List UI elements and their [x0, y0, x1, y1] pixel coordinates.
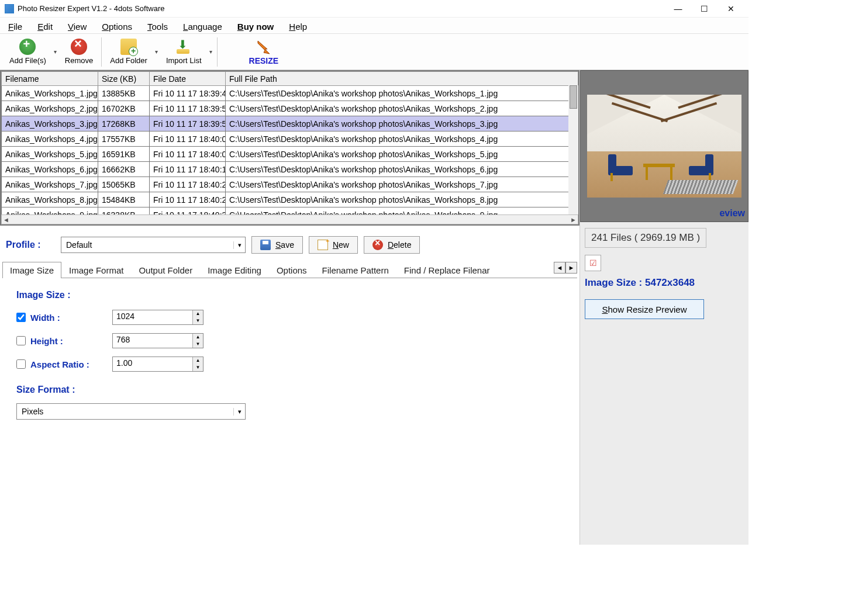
app-icon	[5, 4, 14, 13]
width-value[interactable]: 1024	[113, 310, 192, 324]
table-row[interactable]: Anikas_Workshops_2.jpg16702KBFri 10 11 1…	[2, 101, 578, 116]
cell-fn: Anikas_Workshops_3.jpg	[2, 116, 98, 131]
maximize-button[interactable]: ☐	[691, 0, 718, 18]
show-resize-preview-button[interactable]: Show Resize Preview	[585, 299, 704, 319]
cell-pth: C:\Users\Test\Desktop\Anika's workshop p…	[226, 116, 578, 131]
menubar: File Edit View Options Tools Language Bu…	[0, 18, 748, 34]
toolbar: Add File(s) ▾ Remove Add Folder ▾ Import…	[0, 34, 748, 70]
cell-sz: 16591KB	[98, 147, 150, 162]
profile-row: Profile : Default ▾ Save New Delete	[0, 226, 580, 261]
save-profile-button[interactable]: Save	[251, 236, 303, 254]
vertical-scrollbar[interactable]	[568, 85, 578, 214]
import-list-label: Import List	[166, 56, 202, 65]
minimize-button[interactable]: —	[665, 0, 691, 18]
height-checkbox[interactable]	[16, 336, 26, 345]
table-row[interactable]: Anikas_Workshops_6.jpg16662KBFri 10 11 1…	[2, 162, 578, 177]
spin-up-icon[interactable]: ▲	[193, 310, 203, 317]
menu-buy-now[interactable]: Buy now	[235, 20, 277, 33]
tab-scroll-right[interactable]: ►	[565, 262, 577, 274]
add-folder-button[interactable]: Add Folder	[104, 36, 153, 68]
add-folder-dropdown[interactable]: ▾	[153, 36, 160, 68]
table-row[interactable]: Anikas_Workshops_9.jpg16338KBFri 10 11 1…	[2, 207, 578, 215]
cell-fn: Anikas_Workshops_1.jpg	[2, 86, 98, 101]
separator	[217, 37, 218, 67]
add-files-dropdown[interactable]: ▾	[52, 36, 59, 68]
height-value[interactable]: 768	[113, 334, 192, 348]
scroll-left-icon[interactable]: ◄	[3, 216, 9, 223]
cell-sz: 13885KB	[98, 86, 150, 101]
close-button[interactable]: ✕	[718, 0, 744, 18]
menu-view[interactable]: View	[65, 20, 89, 33]
col-path[interactable]: Full File Path	[226, 72, 578, 86]
table-row[interactable]: Anikas_Workshops_5.jpg16591KBFri 10 11 1…	[2, 147, 578, 162]
aspect-value[interactable]: 1.00	[113, 357, 192, 371]
checklist-button[interactable]: ☑	[585, 255, 601, 271]
cell-fn: Anikas_Workshops_2.jpg	[2, 101, 98, 116]
tab-image-size[interactable]: Image Size	[2, 262, 61, 278]
remove-button[interactable]: Remove	[59, 36, 99, 68]
col-size[interactable]: Size (KB)	[98, 72, 150, 86]
spin-up-icon[interactable]: ▲	[193, 334, 203, 341]
table-row[interactable]: Anikas_Workshops_8.jpg15484KBFri 10 11 1…	[2, 192, 578, 207]
tab-image-editing[interactable]: Image Editing	[200, 262, 269, 278]
import-list-button[interactable]: Import List	[160, 36, 208, 68]
delete-profile-button[interactable]: Delete	[364, 236, 420, 254]
remove-label: Remove	[65, 56, 93, 65]
chevron-down-icon[interactable]: ▾	[233, 241, 245, 249]
table-row[interactable]: Anikas_Workshops_3.jpg17268KBFri 10 11 1…	[2, 116, 578, 131]
aspect-spinner[interactable]: 1.00 ▲▼	[112, 357, 203, 372]
spin-up-icon[interactable]: ▲	[193, 357, 203, 364]
cell-fn: Anikas_Workshops_5.jpg	[2, 147, 98, 162]
scroll-right-icon[interactable]: ►	[570, 216, 577, 223]
col-filename[interactable]: Filename	[2, 72, 98, 86]
cell-dt: Fri 10 11 17 18:40:32	[150, 207, 226, 215]
cell-pth: C:\Users\Test\Desktop\Anika's workshop p…	[226, 101, 578, 116]
cell-pth: C:\Users\Test\Desktop\Anika's workshop p…	[226, 162, 578, 177]
save-icon	[260, 240, 271, 250]
resize-button[interactable]: RESIZE	[243, 36, 285, 68]
menu-edit[interactable]: Edit	[35, 20, 55, 33]
cell-sz: 17557KB	[98, 131, 150, 147]
table-row[interactable]: Anikas_Workshops_7.jpg15065KBFri 10 11 1…	[2, 177, 578, 192]
col-date[interactable]: File Date	[150, 72, 226, 86]
cell-sz: 17268KB	[98, 116, 150, 131]
add-files-label: Add File(s)	[9, 56, 46, 65]
spin-down-icon[interactable]: ▼	[193, 341, 203, 348]
aspect-checkbox[interactable]	[16, 359, 26, 369]
spin-down-icon[interactable]: ▼	[193, 364, 203, 371]
menu-tools[interactable]: Tools	[145, 20, 170, 33]
import-list-dropdown[interactable]: ▾	[208, 36, 215, 68]
file-table[interactable]: Filename Size (KB) File Date Full File P…	[1, 71, 578, 214]
menu-file[interactable]: File	[6, 20, 25, 33]
menu-options[interactable]: Options	[99, 20, 134, 33]
spin-down-icon[interactable]: ▼	[193, 317, 203, 324]
tab-panel-image-size: Image Size : Width : 1024 ▲▼ Height : 76…	[0, 278, 580, 431]
width-label: Width :	[30, 313, 112, 323]
cell-dt: Fri 10 11 17 18:39:50	[150, 101, 226, 116]
width-checkbox[interactable]	[16, 313, 26, 322]
cell-fn: Anikas_Workshops_6.jpg	[2, 162, 98, 177]
tab-image-format[interactable]: Image Format	[61, 262, 131, 278]
tab-output-folder[interactable]: Output Folder	[131, 262, 200, 278]
new-profile-button[interactable]: New	[309, 236, 358, 254]
table-row[interactable]: Anikas_Workshops_4.jpg17557KBFri 10 11 1…	[2, 131, 578, 147]
size-format-combo[interactable]: Pixels ▾	[16, 403, 246, 420]
menu-language[interactable]: Language	[181, 20, 225, 33]
add-files-button[interactable]: Add File(s)	[4, 36, 52, 68]
tab-filename-pattern[interactable]: Filename Pattern	[315, 262, 396, 278]
table-row[interactable]: Anikas_Workshops_1.jpg13885KBFri 10 11 1…	[2, 86, 578, 101]
profile-label: Profile :	[6, 240, 55, 250]
aspect-label: Aspect Ratio :	[30, 359, 112, 369]
tab-scroll-left[interactable]: ◄	[554, 262, 565, 274]
horizontal-scrollbar[interactable]: ◄ ►	[1, 214, 578, 224]
tab-find-replace-filenar[interactable]: Find / Replace Filenar	[396, 262, 498, 278]
menu-help[interactable]: Help	[287, 20, 309, 33]
width-spinner[interactable]: 1024 ▲▼	[112, 310, 203, 325]
new-icon	[318, 240, 328, 250]
tab-options[interactable]: Options	[269, 262, 315, 278]
add-folder-label: Add Folder	[110, 56, 147, 65]
tabstrip: Image SizeImage FormatOutput FolderImage…	[2, 261, 577, 278]
height-spinner[interactable]: 768 ▲▼	[112, 333, 203, 348]
chevron-down-icon[interactable]: ▾	[233, 408, 245, 416]
profile-combo[interactable]: Default ▾	[61, 237, 246, 253]
